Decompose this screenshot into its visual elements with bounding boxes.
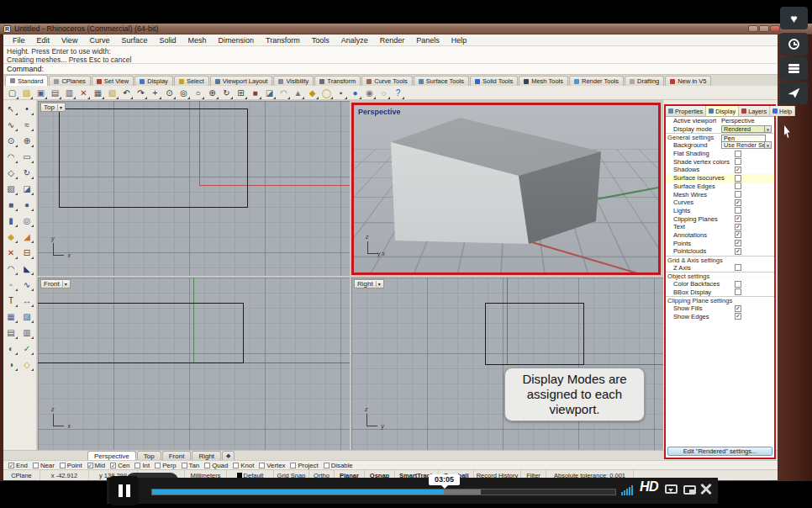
collections-button[interactable]	[780, 57, 808, 80]
menu-item-edit[interactable]: Edit	[31, 36, 56, 45]
menu-item-solid[interactable]: Solid	[153, 36, 182, 45]
osnap-project-checkbox[interactable]	[290, 463, 296, 468]
toolbar-tab-display[interactable]: Display	[134, 76, 173, 86]
open-file-icon[interactable]: ▨	[20, 87, 33, 99]
rotate-view-icon[interactable]: ↻	[220, 87, 233, 99]
options-icon[interactable]: ☼	[377, 87, 390, 99]
viewport-right-label[interactable]: Right ▾	[354, 279, 384, 288]
zoom-window-icon[interactable]: ◎	[177, 87, 190, 99]
zoom-in-icon[interactable]: ○	[192, 87, 204, 99]
curvature-analysis-icon[interactable]: ◠	[277, 87, 290, 99]
viewport-top[interactable]: Top ▾ y x	[38, 101, 350, 276]
copy-icon[interactable]: ▦	[92, 87, 104, 99]
pointclouds-checkbox[interactable]: ✓	[735, 248, 741, 255]
like-button[interactable]: ♥	[780, 7, 808, 29]
osnap-perp[interactable]: Perp	[155, 462, 176, 469]
menu-item-surface[interactable]: Surface	[115, 36, 153, 45]
panel-row-active-viewport[interactable]: Active viewportPerspective	[666, 117, 774, 125]
misc-icon[interactable]: ◇	[21, 358, 34, 371]
panel-row-bbox-display[interactable]: BBox Display	[666, 288, 774, 296]
toolbar-tab-surface-tools[interactable]: Surface Tools	[414, 76, 469, 86]
blend-icon[interactable]: ∿	[21, 278, 34, 291]
osnap-end[interactable]: ✓End	[8, 462, 28, 469]
cylinder-icon[interactable]: ▮	[5, 214, 18, 227]
offset-icon[interactable]: ◦	[5, 278, 18, 291]
points-checkbox[interactable]: ✓	[735, 240, 741, 246]
osnap-near-checkbox[interactable]	[33, 463, 39, 468]
picture-in-picture-icon[interactable]	[683, 485, 696, 495]
menu-item-file[interactable]: File	[7, 36, 31, 45]
status-x-42-912[interactable]: x -42.912	[40, 470, 89, 480]
osnap-near[interactable]: Near	[33, 462, 55, 469]
render-icon[interactable]: ●	[349, 87, 361, 99]
select-icon[interactable]: ↖	[5, 103, 18, 115]
osnap-mid[interactable]: ✓Mid	[87, 462, 106, 469]
toolbar-tab-mesh-tools[interactable]: Mesh Tools	[519, 76, 568, 86]
boolean-icon[interactable]: ◢	[21, 230, 34, 243]
paste-icon[interactable]: ▧	[106, 87, 119, 99]
shadows-checkbox[interactable]: ✓	[735, 167, 741, 173]
volume-button[interactable]	[621, 485, 633, 495]
save-icon[interactable]: ▣	[34, 87, 47, 99]
osnap-disable-checkbox[interactable]	[324, 463, 330, 468]
toolbar-tab-curve-tools[interactable]: Curve Tools	[361, 76, 412, 86]
z-axis-checkbox[interactable]	[735, 264, 741, 271]
surface-corner-icon[interactable]: ◪	[21, 183, 34, 195]
panel-row-surface-edges[interactable]: Surface Edges	[666, 183, 774, 191]
osnap-project[interactable]: Project	[290, 462, 318, 469]
extrude-icon[interactable]: ◆	[5, 230, 18, 243]
check-icon[interactable]: ✓	[21, 342, 34, 355]
panel-tab-display[interactable]: Display	[706, 106, 739, 116]
render-preview-icon[interactable]: ◉	[363, 87, 376, 99]
flat-shading-checkbox[interactable]	[735, 151, 741, 157]
bbox-display-checkbox[interactable]	[735, 288, 741, 295]
rectangle-icon[interactable]: ▭	[21, 151, 34, 163]
curve-icon[interactable]: ≈	[21, 119, 34, 131]
osnap-int-checkbox[interactable]	[134, 463, 140, 468]
toolbar-tab-select[interactable]: Select	[174, 76, 209, 86]
panel-row-pointclouds[interactable]: Pointclouds✓	[666, 247, 774, 256]
chevron-down-icon[interactable]: ▾	[62, 281, 67, 287]
viewport-perspective-label[interactable]: Perspective	[358, 108, 401, 116]
osnap-quad-checkbox[interactable]	[204, 463, 210, 468]
hd-toggle[interactable]: HD	[640, 479, 658, 495]
toolbar-tab-visibility[interactable]: Visibility	[273, 76, 314, 86]
array-icon[interactable]: ▨	[21, 310, 34, 323]
viewport-tab-right[interactable]: Right	[192, 451, 221, 460]
annotations-checkbox[interactable]: ✓	[735, 231, 741, 238]
zoom-dynamic-icon[interactable]: ⊙	[163, 87, 176, 99]
undo-icon[interactable]: ↶	[120, 87, 133, 99]
osnap-tan-checkbox[interactable]	[182, 463, 187, 468]
menu-item-dimension[interactable]: Dimension	[212, 36, 260, 45]
panel-row-background[interactable]: BackgroundUse Render Settings▾	[666, 141, 774, 150]
lights-checkbox[interactable]	[735, 207, 741, 214]
panel-row-annotations[interactable]: Annotations✓	[666, 231, 774, 240]
menu-item-mesh[interactable]: Mesh	[182, 36, 212, 45]
viewport-top-label[interactable]: Top ▾	[40, 103, 66, 112]
minimize-button[interactable]	[748, 25, 758, 32]
show-edges-checkbox[interactable]: ✓	[735, 313, 741, 320]
panel-row-points[interactable]: Points✓	[666, 239, 774, 247]
panel-row-shade-vertex-colors[interactable]: Shade vertex colors	[666, 157, 774, 166]
redo-icon[interactable]: ↷	[134, 87, 147, 99]
polygon-icon[interactable]: ◇	[5, 167, 18, 179]
panel-row-show-fills[interactable]: Show Fills✓	[666, 304, 774, 313]
lights-icon[interactable]: ◯	[320, 87, 333, 99]
analyze-icon[interactable]: ◑	[5, 358, 18, 371]
chevron-down-icon[interactable]: ▾	[764, 142, 771, 148]
set-cplane-icon[interactable]: ▲	[292, 87, 304, 99]
pause-button[interactable]	[109, 476, 139, 505]
fullscreen-button[interactable]	[700, 483, 712, 495]
osnap-knot-checkbox[interactable]	[233, 463, 239, 468]
box-outline-right-view[interactable]	[485, 303, 584, 365]
osnap-cen-checkbox[interactable]: ✓	[110, 463, 116, 468]
menu-item-help[interactable]: Help	[446, 36, 473, 45]
menu-item-transform[interactable]: Transform	[260, 36, 306, 45]
panel-tab-help[interactable]: Help	[770, 106, 795, 116]
point-icon[interactable]: •	[21, 103, 34, 115]
panel-row-lights[interactable]: Lights	[666, 207, 774, 215]
circle-icon[interactable]: ⊙	[5, 135, 18, 147]
viewport-tab-new-icon[interactable]: ◆	[222, 451, 235, 460]
shade-icon[interactable]: ◪	[263, 87, 276, 99]
curves-checkbox[interactable]: ✓	[735, 199, 741, 206]
